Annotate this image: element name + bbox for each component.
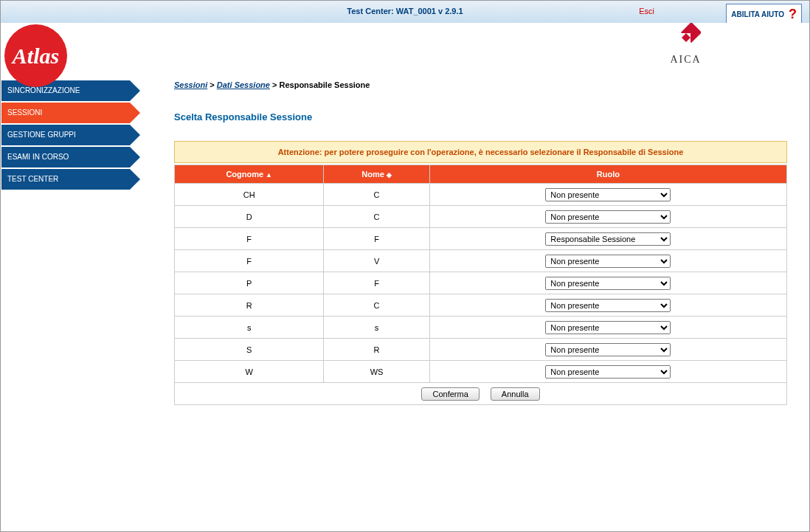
cell-nome: C: [324, 206, 429, 228]
cell-ruolo: Non presenteResponsabile Sessione: [429, 339, 786, 361]
help-label: ABILITA AIUTO: [731, 10, 784, 18]
role-select[interactable]: Non presenteResponsabile Sessione: [545, 188, 671, 201]
aica-label: AICA: [665, 54, 706, 66]
cell-nome: F: [324, 272, 429, 294]
cell-ruolo: Non presenteResponsabile Sessione: [429, 272, 786, 294]
role-select[interactable]: Non presenteResponsabile Sessione: [545, 299, 671, 312]
atlas-logo: Atlas: [4, 24, 67, 87]
sort-icon: ◆: [387, 171, 392, 179]
cell-cognome: F: [175, 250, 324, 272]
header-title: Test Center: WAT_0001 v 2.9.1: [347, 7, 463, 15]
sidebar-item-esami-in-corso[interactable]: ESAMI IN CORSO: [1, 147, 130, 167]
cell-ruolo: Non presenteResponsabile Sessione: [429, 317, 786, 339]
page-title: Scelta Responsabile Sessione: [174, 111, 787, 122]
table-row: FFNon presenteResponsabile Sessione: [175, 228, 787, 250]
role-select[interactable]: Non presenteResponsabile Sessione: [545, 277, 671, 290]
cell-cognome: F: [175, 228, 324, 250]
responsabili-table: Cognome▲ Nome◆ Ruolo CHCNon presenteResp…: [174, 165, 787, 405]
warning-message: Attenzione: per potere proseguire con l'…: [174, 141, 787, 163]
cell-nome: C: [324, 294, 429, 317]
table-row: SRNon presenteResponsabile Sessione: [175, 339, 787, 361]
sidebar-item-gestione-gruppi[interactable]: GESTIONE GRUPPI: [1, 125, 130, 145]
cell-cognome: D: [175, 206, 324, 228]
logout-link[interactable]: Esci: [639, 7, 654, 15]
help-button[interactable]: ABILITA AIUTO ?: [726, 4, 802, 25]
cell-nome: F: [324, 228, 429, 250]
col-cognome[interactable]: Cognome▲: [175, 165, 324, 184]
role-select[interactable]: Non presenteResponsabile Sessione: [545, 343, 671, 356]
role-select[interactable]: Non presenteResponsabile Sessione: [545, 255, 671, 268]
confirm-button[interactable]: Conferma: [421, 387, 479, 401]
cell-ruolo: Non presenteResponsabile Sessione: [429, 228, 786, 250]
sort-asc-icon: ▲: [266, 171, 272, 179]
cell-ruolo: Non presenteResponsabile Sessione: [429, 206, 786, 228]
role-select[interactable]: Non presenteResponsabile Sessione: [545, 365, 671, 379]
table-row: WWSNon presenteResponsabile Sessione: [175, 361, 787, 383]
cell-nome: R: [324, 339, 429, 361]
cell-nome: C: [324, 184, 429, 206]
table-row: PFNon presenteResponsabile Sessione: [175, 272, 787, 294]
table-row: FVNon presenteResponsabile Sessione: [175, 250, 787, 272]
help-icon: ?: [789, 7, 797, 22]
cancel-button[interactable]: Annulla: [491, 387, 540, 401]
col-nome[interactable]: Nome◆: [324, 165, 429, 184]
sidebar-item-test-center[interactable]: TEST CENTER: [1, 169, 130, 190]
col-ruolo: Ruolo: [429, 165, 786, 184]
breadcrumb: Sessioni > Dati Sessione > Responsabile …: [174, 80, 787, 89]
table-row: DCNon presenteResponsabile Sessione: [175, 206, 787, 228]
cell-nome: V: [324, 250, 429, 272]
role-select[interactable]: Non presenteResponsabile Sessione: [545, 210, 671, 224]
sidebar: SINCRONIZZAZIONESESSIONIGESTIONE GRUPPIE…: [1, 80, 130, 405]
breadcrumb-current: Responsabile Sessione: [279, 80, 370, 89]
cell-ruolo: Non presenteResponsabile Sessione: [429, 294, 786, 317]
table-row: ssNon presenteResponsabile Sessione: [175, 317, 787, 339]
cell-ruolo: Non presenteResponsabile Sessione: [429, 184, 786, 206]
role-select[interactable]: Non presenteResponsabile Sessione: [545, 232, 671, 246]
aica-logo: AICA: [665, 23, 706, 66]
cell-cognome: R: [175, 294, 324, 317]
cell-cognome: W: [175, 361, 324, 383]
breadcrumb-link-dati-sessione[interactable]: Dati Sessione: [217, 80, 270, 89]
table-row: CHCNon presenteResponsabile Sessione: [175, 184, 787, 206]
role-select[interactable]: Non presenteResponsabile Sessione: [545, 321, 671, 334]
cell-cognome: s: [175, 317, 324, 339]
cell-ruolo: Non presenteResponsabile Sessione: [429, 250, 786, 272]
cell-ruolo: Non presenteResponsabile Sessione: [429, 361, 786, 383]
table-row: RCNon presenteResponsabile Sessione: [175, 294, 787, 317]
cell-cognome: CH: [175, 184, 324, 206]
cell-cognome: S: [175, 339, 324, 361]
breadcrumb-link-sessioni[interactable]: Sessioni: [174, 80, 207, 89]
cell-cognome: P: [175, 272, 324, 294]
cell-nome: WS: [324, 361, 429, 383]
sidebar-item-sessioni[interactable]: SESSIONI: [1, 103, 130, 123]
cell-nome: s: [324, 317, 429, 339]
